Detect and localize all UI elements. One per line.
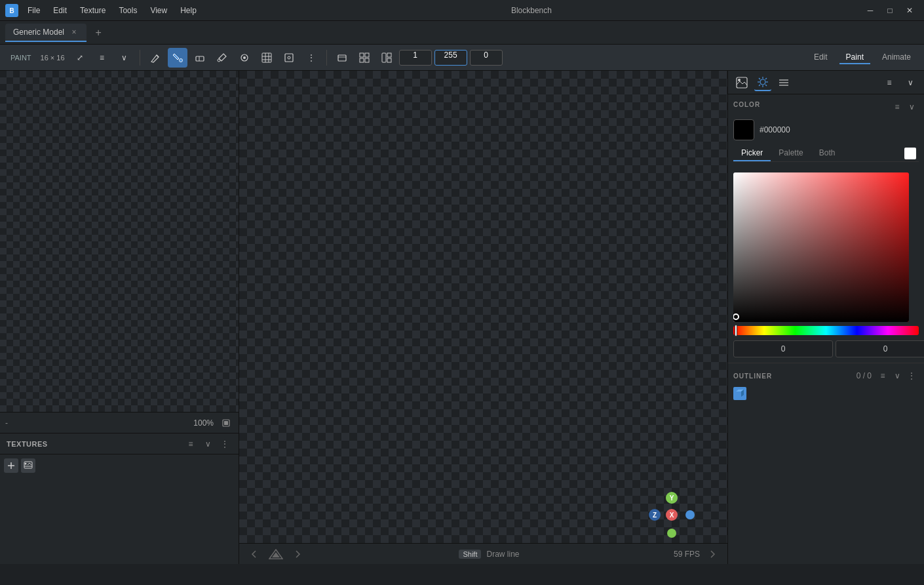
expand-btn[interactable]: ⤢ bbox=[70, 48, 90, 68]
textures-panel-header: TEXTURES ≡ ∨ ⋮ bbox=[0, 434, 239, 454]
outliner-icon-row bbox=[733, 387, 919, 400]
right-panel-menu-btn[interactable]: ≡ bbox=[881, 74, 898, 91]
paint-canvas[interactable] bbox=[0, 71, 239, 412]
canvas-size-label: 16 × 16 bbox=[38, 54, 67, 62]
color-collapse-btn[interactable]: ∨ bbox=[904, 100, 919, 114]
maximize-button[interactable]: □ bbox=[881, 1, 899, 20]
minimize-button[interactable]: ─ bbox=[861, 1, 879, 20]
mode-animate[interactable]: Animate bbox=[876, 51, 917, 64]
color-menu-btn[interactable]: ≡ bbox=[890, 100, 904, 114]
menu-view[interactable]: View bbox=[145, 5, 172, 16]
paint-label: PAINT bbox=[7, 54, 35, 62]
menu-edit[interactable]: Edit bbox=[48, 5, 72, 16]
svg-line-43 bbox=[765, 78, 767, 79]
prev-nav-btn[interactable] bbox=[247, 547, 261, 561]
svg-rect-14 bbox=[285, 54, 293, 62]
toolbar-sep-1 bbox=[140, 50, 140, 66]
x-axis-circle: X bbox=[666, 509, 678, 521]
zoom-level: 100% bbox=[193, 418, 214, 428]
outliner-dots-btn[interactable]: ⋮ bbox=[904, 369, 919, 383]
textures-collapse-btn[interactable]: ∨ bbox=[201, 437, 215, 451]
num-input-2[interactable]: 255 bbox=[434, 50, 467, 66]
color-swatch[interactable] bbox=[733, 119, 754, 140]
resolution-btn[interactable] bbox=[332, 48, 352, 68]
chevron-btn[interactable]: ∨ bbox=[115, 48, 134, 68]
num-input-1[interactable]: 1 bbox=[399, 50, 432, 66]
eyedrop-tool-btn[interactable] bbox=[212, 48, 232, 68]
num-input-3[interactable]: 0 bbox=[470, 50, 503, 66]
red-input[interactable] bbox=[733, 340, 833, 357]
mode-edit[interactable]: Edit bbox=[807, 51, 834, 64]
textures-menu-btn[interactable]: ≡ bbox=[183, 437, 198, 451]
svg-rect-29 bbox=[24, 462, 32, 468]
textures-actions: ≡ ∨ ⋮ bbox=[183, 437, 232, 451]
menu-file[interactable]: File bbox=[22, 5, 45, 16]
tab-close-icon[interactable]: × bbox=[69, 28, 79, 37]
canvas-fit-btn[interactable] bbox=[219, 416, 233, 430]
fps-next-btn[interactable] bbox=[705, 547, 720, 561]
erase-tool-btn[interactable] bbox=[190, 48, 210, 68]
outliner-menu-btn[interactable]: ≡ bbox=[876, 369, 890, 383]
svg-point-35 bbox=[738, 79, 741, 81]
mode-switcher: Edit Paint Animate bbox=[807, 51, 917, 64]
3d-viewport[interactable]: Y Z X bbox=[239, 71, 727, 564]
image-panel-icon[interactable] bbox=[733, 74, 750, 91]
right-panel-collapse-btn[interactable]: ∨ bbox=[902, 74, 919, 91]
svg-rect-23 bbox=[387, 53, 391, 57]
right-panel-tabs: ≡ ∨ bbox=[728, 71, 924, 94]
color-swatch-row: #000000 bbox=[733, 119, 919, 140]
app-logo: B bbox=[5, 4, 18, 17]
blob-tool-btn[interactable] bbox=[235, 48, 254, 68]
color-tab-both[interactable]: Both bbox=[811, 146, 843, 161]
new-tab-button[interactable]: + bbox=[89, 24, 107, 42]
sun-panel-icon[interactable] bbox=[754, 74, 771, 91]
brush-tool-btn[interactable] bbox=[145, 48, 165, 68]
outliner-collapse-btn[interactable]: ∨ bbox=[890, 369, 904, 383]
green-input[interactable] bbox=[836, 340, 924, 357]
grid-toggle-btn[interactable] bbox=[355, 48, 374, 68]
grid-tool-btn[interactable] bbox=[257, 48, 277, 68]
y-axis-circle: Y bbox=[666, 492, 678, 504]
svg-point-3 bbox=[179, 58, 182, 62]
more-tools-btn[interactable]: ⋮ bbox=[301, 48, 321, 68]
outliner-section: OUTLINER 0 / 0 ≡ ∨ ⋮ bbox=[728, 363, 924, 405]
hue-bar[interactable] bbox=[733, 326, 919, 335]
crop-tool-btn[interactable] bbox=[279, 48, 299, 68]
list-panel-icon[interactable] bbox=[775, 74, 792, 91]
color-gradient[interactable] bbox=[733, 172, 909, 322]
nav-home-btn[interactable] bbox=[267, 548, 285, 561]
tab-generic-model[interactable]: Generic Model × bbox=[5, 24, 87, 42]
svg-text:B: B bbox=[9, 7, 14, 14]
outliner-title: OUTLINER bbox=[733, 373, 857, 380]
color-section-title: COLOR bbox=[733, 101, 760, 108]
menu-help[interactable]: Help bbox=[175, 5, 202, 16]
draw-line-text: Draw line bbox=[486, 550, 519, 559]
next-nav-btn[interactable] bbox=[290, 547, 305, 561]
svg-line-42 bbox=[765, 85, 767, 86]
menu-tools[interactable]: Tools bbox=[113, 5, 142, 16]
mode-paint[interactable]: Paint bbox=[839, 51, 870, 64]
add-texture-btn[interactable] bbox=[4, 458, 18, 473]
color-tab-picker[interactable]: Picker bbox=[733, 146, 771, 161]
outliner-count: 0 / 0 bbox=[857, 371, 872, 380]
tab-bar: Generic Model × + bbox=[0, 21, 924, 45]
bottom-bar: Shift Draw line 59 FPS bbox=[239, 543, 727, 564]
svg-rect-20 bbox=[360, 58, 364, 62]
svg-rect-22 bbox=[382, 53, 386, 62]
hue-bar-row bbox=[733, 326, 919, 335]
svg-rect-21 bbox=[365, 58, 369, 62]
textures-dots-btn[interactable]: ⋮ bbox=[218, 437, 232, 451]
import-texture-btn[interactable] bbox=[21, 458, 35, 473]
close-button[interactable]: ✕ bbox=[900, 1, 919, 20]
right-panel: ≡ ∨ COLOR ≡ ∨ #000000 Picker Palette Bot… bbox=[727, 71, 924, 564]
svg-rect-19 bbox=[365, 53, 369, 57]
menu-texture[interactable]: Texture bbox=[75, 5, 111, 16]
tab-label: Generic Model bbox=[13, 28, 64, 37]
main-area: - 100% TEXTURES ≡ ∨ ⋮ bbox=[0, 71, 924, 564]
equals-btn[interactable]: ≡ bbox=[92, 48, 112, 68]
textures-body bbox=[0, 454, 239, 564]
outliner-cube-icon bbox=[733, 387, 746, 400]
color-tab-palette[interactable]: Palette bbox=[771, 146, 811, 161]
fill-tool-btn[interactable] bbox=[168, 48, 187, 68]
3d-grid-btn[interactable] bbox=[377, 48, 396, 68]
